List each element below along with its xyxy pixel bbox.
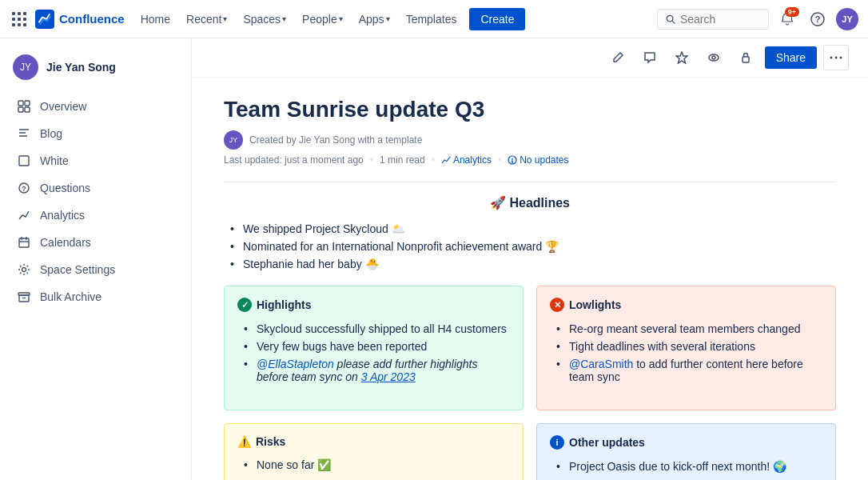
sidebar-item-overview[interactable]: Overview [3, 93, 188, 120]
sidebar-item-label-archive: Bulk Archive [40, 290, 102, 303]
layout: JY Jie Yan Song Overview Blog + [0, 38, 868, 480]
risks-icon: ⚠️ [237, 435, 251, 448]
other-updates-card: i Other updates Project Oasis due to kic… [536, 423, 836, 480]
sidebar-item-white[interactable]: White + [3, 147, 188, 174]
edit-button[interactable] [605, 45, 631, 70]
more-button[interactable] [823, 45, 849, 70]
page-updated: Last updated: just a moment ago [224, 154, 364, 166]
search-box[interactable] [657, 9, 769, 30]
nav-home[interactable]: Home [134, 10, 177, 29]
headlines-list: We shipped Project Skycloud 🌥️ Nominated… [224, 220, 836, 273]
nav-apps[interactable]: Apps ▾ [352, 10, 396, 29]
eye-icon [707, 51, 720, 64]
create-button[interactable]: Create [469, 8, 525, 30]
white-icon [16, 153, 32, 169]
list-item: @CaraSmith to add further content here b… [556, 355, 822, 386]
svg-point-35 [840, 57, 842, 59]
svg-rect-0 [12, 12, 15, 15]
page-content-area: Team Sunrise update Q3 JY Created by Jie… [192, 78, 868, 480]
list-item: None so far ✅ [244, 456, 510, 474]
comment-button[interactable] [637, 45, 663, 70]
svg-point-33 [830, 57, 833, 59]
help-button[interactable]: ? [806, 7, 830, 31]
updates-icon [508, 155, 517, 165]
overview-icon [16, 98, 32, 114]
other-updates-header: i Other updates [550, 435, 822, 450]
search-input[interactable] [680, 13, 760, 26]
page-meta-template: Created by Jie Yan Song with a template [249, 134, 422, 146]
page-title: Team Sunrise update Q3 [224, 97, 836, 122]
user-avatar[interactable]: JY [836, 8, 858, 30]
svg-rect-7 [18, 23, 21, 26]
settings-icon [16, 262, 32, 278]
share-button[interactable]: Share [765, 46, 817, 69]
sidebar-item-label-analytics: Analytics [40, 209, 85, 222]
nav-spaces[interactable]: Spaces ▾ [237, 10, 293, 29]
meta-divider1: • [370, 154, 373, 166]
analytics-link[interactable]: Analytics [441, 154, 492, 166]
lock-button[interactable] [733, 45, 759, 70]
other-updates-title: Other updates [569, 436, 645, 449]
archive-icon [16, 289, 32, 305]
other-updates-list: Project Oasis due to kick-off next month… [550, 458, 822, 475]
lowlights-mention[interactable]: @CaraSmith [569, 358, 633, 370]
svg-rect-5 [23, 18, 26, 21]
sidebar-item-space-settings[interactable]: Space Settings [3, 256, 188, 283]
topnav: Confluence Home Recent ▾ Spaces ▾ People… [0, 0, 868, 38]
headlines-title: 🚀 Headlines [224, 195, 836, 210]
risks-list: None so far ✅ [237, 456, 510, 474]
highlights-lowlights-row: ✓ Highlights Skycloud successfully shipp… [224, 286, 836, 410]
author-avatar: JY [224, 130, 243, 150]
notifications-badge: 9+ [785, 7, 799, 17]
page-read-time: 1 min read [380, 154, 425, 166]
list-item: Re-org meant several team members change… [556, 320, 822, 338]
highlights-icon: ✓ [237, 298, 252, 312]
calendars-icon [16, 234, 32, 250]
comment-icon [643, 51, 656, 64]
nav-recent[interactable]: Recent ▾ [180, 10, 233, 29]
topnav-right: 9+ ? JY [657, 7, 858, 31]
sidebar-item-blog[interactable]: Blog + [3, 120, 188, 147]
sidebar-item-bulk-archive[interactable]: Bulk Archive [3, 283, 188, 310]
grid-icon[interactable] [10, 10, 29, 29]
svg-point-38 [512, 162, 513, 162]
sidebar: JY Jie Yan Song Overview Blog + [0, 38, 192, 480]
nav-people[interactable]: People ▾ [296, 10, 349, 29]
svg-rect-17 [25, 107, 30, 112]
svg-point-25 [22, 268, 26, 272]
highlights-date[interactable]: 3 Apr 2023 [361, 370, 416, 383]
svg-point-34 [835, 57, 838, 59]
svg-rect-14 [18, 101, 23, 106]
svg-rect-15 [25, 101, 30, 106]
watch-button[interactable] [701, 45, 727, 70]
sidebar-item-label-overview: Overview [40, 100, 86, 113]
svg-rect-4 [18, 18, 21, 21]
page-meta-row2: Last updated: just a moment ago • 1 min … [224, 154, 836, 166]
star-button[interactable] [669, 45, 695, 70]
no-updates-link[interactable]: No updates [508, 154, 568, 166]
svg-text:?: ? [22, 185, 26, 193]
main-content: Share Team Sunrise update Q3 JY Created … [192, 38, 868, 480]
highlights-header: ✓ Highlights [237, 298, 510, 312]
notifications-button[interactable]: 9+ [775, 7, 799, 31]
highlights-mention[interactable]: @EllaStapleton [257, 358, 334, 370]
lowlights-title: Lowlights [569, 298, 621, 311]
svg-rect-2 [23, 12, 26, 15]
sidebar-item-analytics[interactable]: Analytics [3, 202, 188, 229]
analytics-icon [16, 207, 32, 223]
help-icon: ? [810, 12, 825, 26]
sidebar-item-calendars[interactable]: Calendars [3, 229, 188, 256]
confluence-logo[interactable]: Confluence [35, 10, 125, 29]
sidebar-item-label-questions: Questions [40, 182, 90, 194]
blog-icon [16, 126, 32, 142]
nav-templates[interactable]: Templates [400, 10, 464, 29]
sidebar-item-questions[interactable]: ? Questions [3, 174, 188, 202]
svg-rect-1 [18, 12, 21, 15]
list-item: Very few bugs have been reported [244, 338, 510, 355]
list-item: We shipped Project Skycloud 🌥️ [230, 220, 836, 238]
edit-icon [611, 51, 624, 64]
sidebar-user: JY Jie Yan Song [0, 48, 191, 93]
svg-rect-8 [23, 23, 26, 26]
highlights-title: Highlights [257, 298, 311, 311]
page-divider [224, 182, 836, 182]
